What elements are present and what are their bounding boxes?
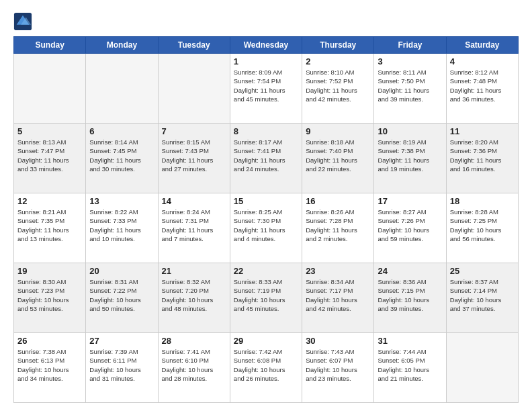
day-number: 3 [378, 56, 442, 66]
calendar-week-row: 5Sunrise: 8:13 AMSunset: 7:47 PMDaylight… [14, 124, 519, 193]
calendar-cell: 17Sunrise: 8:27 AMSunset: 7:26 PMDayligh… [374, 193, 446, 263]
calendar-cell: 4Sunrise: 8:12 AMSunset: 7:48 PMDaylight… [446, 54, 518, 124]
logo-icon [13, 12, 32, 31]
day-number: 24 [378, 266, 442, 276]
day-number: 7 [162, 126, 226, 136]
day-info: Sunrise: 8:11 AMSunset: 7:50 PMDaylight:… [378, 68, 442, 103]
day-info: Sunrise: 7:44 AMSunset: 6:05 PMDaylight:… [378, 347, 442, 383]
calendar-week-row: 26Sunrise: 7:38 AMSunset: 6:13 PMDayligh… [14, 333, 519, 403]
day-number: 13 [89, 196, 154, 206]
calendar-cell: 10Sunrise: 8:19 AMSunset: 7:38 PMDayligh… [374, 124, 446, 193]
day-number: 6 [89, 126, 154, 136]
day-info: Sunrise: 8:22 AMSunset: 7:33 PMDaylight:… [89, 208, 154, 243]
calendar-cell: 30Sunrise: 7:43 AMSunset: 6:07 PMDayligh… [302, 333, 374, 403]
day-info: Sunrise: 7:43 AMSunset: 6:07 PMDaylight:… [306, 347, 370, 383]
day-info: Sunrise: 8:25 AMSunset: 7:30 PMDaylight:… [234, 208, 298, 243]
day-number: 31 [378, 336, 442, 346]
day-number: 1 [234, 56, 298, 66]
day-info: Sunrise: 7:41 AMSunset: 6:10 PMDaylight:… [162, 347, 226, 383]
day-number: 19 [17, 266, 82, 276]
calendar-cell: 25Sunrise: 8:37 AMSunset: 7:14 PMDayligh… [446, 263, 518, 333]
day-info: Sunrise: 8:32 AMSunset: 7:20 PMDaylight:… [162, 277, 226, 313]
day-number: 15 [234, 196, 298, 206]
calendar-cell: 3Sunrise: 8:11 AMSunset: 7:50 PMDaylight… [374, 54, 446, 124]
calendar-cell: 21Sunrise: 8:32 AMSunset: 7:20 PMDayligh… [158, 263, 230, 333]
day-info: Sunrise: 8:14 AMSunset: 7:45 PMDaylight:… [89, 138, 154, 173]
calendar-cell: 9Sunrise: 8:18 AMSunset: 7:40 PMDaylight… [302, 124, 374, 193]
day-info: Sunrise: 8:26 AMSunset: 7:28 PMDaylight:… [306, 208, 370, 243]
calendar-cell: 2Sunrise: 8:10 AMSunset: 7:52 PMDaylight… [302, 54, 374, 124]
day-number: 21 [162, 266, 226, 276]
day-info: Sunrise: 8:33 AMSunset: 7:19 PMDaylight:… [234, 277, 298, 313]
calendar-week-row: 19Sunrise: 8:30 AMSunset: 7:23 PMDayligh… [14, 263, 519, 333]
day-info: Sunrise: 8:19 AMSunset: 7:38 PMDaylight:… [378, 138, 442, 173]
day-info: Sunrise: 8:34 AMSunset: 7:17 PMDaylight:… [306, 277, 370, 313]
day-number: 27 [89, 336, 154, 346]
calendar-cell: 27Sunrise: 7:39 AMSunset: 6:11 PMDayligh… [86, 333, 158, 403]
calendar-header-row: SundayMondayTuesdayWednesdayThursdayFrid… [14, 37, 519, 54]
calendar-cell [158, 54, 230, 124]
day-number: 11 [450, 126, 515, 136]
calendar-cell: 7Sunrise: 8:15 AMSunset: 7:43 PMDaylight… [158, 124, 230, 193]
day-number: 16 [306, 196, 370, 206]
day-number: 10 [378, 126, 442, 136]
day-number: 9 [306, 126, 370, 136]
header [13, 12, 519, 31]
day-number: 30 [306, 336, 370, 346]
day-number: 26 [17, 336, 82, 346]
day-info: Sunrise: 8:21 AMSunset: 7:35 PMDaylight:… [17, 208, 82, 243]
calendar-cell: 29Sunrise: 7:42 AMSunset: 6:08 PMDayligh… [230, 333, 302, 403]
day-number: 22 [234, 266, 298, 276]
calendar-cell: 24Sunrise: 8:36 AMSunset: 7:15 PMDayligh… [374, 263, 446, 333]
day-info: Sunrise: 7:42 AMSunset: 6:08 PMDaylight:… [234, 347, 298, 383]
calendar-cell [446, 333, 518, 403]
day-info: Sunrise: 8:17 AMSunset: 7:41 PMDaylight:… [234, 138, 298, 173]
day-info: Sunrise: 8:28 AMSunset: 7:25 PMDaylight:… [450, 208, 515, 243]
day-info: Sunrise: 8:27 AMSunset: 7:26 PMDaylight:… [378, 208, 442, 243]
calendar-cell: 26Sunrise: 7:38 AMSunset: 6:13 PMDayligh… [14, 333, 86, 403]
calendar-cell: 12Sunrise: 8:21 AMSunset: 7:35 PMDayligh… [14, 193, 86, 263]
day-number: 20 [89, 266, 154, 276]
page: SundayMondayTuesdayWednesdayThursdayFrid… [0, 0, 532, 411]
day-info: Sunrise: 7:38 AMSunset: 6:13 PMDaylight:… [17, 347, 82, 383]
day-info: Sunrise: 8:30 AMSunset: 7:23 PMDaylight:… [17, 277, 82, 313]
day-info: Sunrise: 7:39 AMSunset: 6:11 PMDaylight:… [89, 347, 154, 383]
calendar-week-row: 12Sunrise: 8:21 AMSunset: 7:35 PMDayligh… [14, 193, 519, 263]
day-header-monday: Monday [86, 37, 158, 54]
calendar-cell: 15Sunrise: 8:25 AMSunset: 7:30 PMDayligh… [230, 193, 302, 263]
calendar-week-row: 1Sunrise: 8:09 AMSunset: 7:54 PMDaylight… [14, 54, 519, 124]
day-number: 29 [234, 336, 298, 346]
day-info: Sunrise: 8:15 AMSunset: 7:43 PMDaylight:… [162, 138, 226, 173]
calendar-cell: 23Sunrise: 8:34 AMSunset: 7:17 PMDayligh… [302, 263, 374, 333]
calendar-cell: 6Sunrise: 8:14 AMSunset: 7:45 PMDaylight… [86, 124, 158, 193]
day-header-saturday: Saturday [446, 37, 518, 54]
calendar-cell: 1Sunrise: 8:09 AMSunset: 7:54 PMDaylight… [230, 54, 302, 124]
calendar-cell [86, 54, 158, 124]
day-info: Sunrise: 8:13 AMSunset: 7:47 PMDaylight:… [17, 138, 82, 173]
day-number: 18 [450, 196, 515, 206]
calendar-cell: 20Sunrise: 8:31 AMSunset: 7:22 PMDayligh… [86, 263, 158, 333]
day-number: 17 [378, 196, 442, 206]
day-number: 14 [162, 196, 226, 206]
calendar-cell: 28Sunrise: 7:41 AMSunset: 6:10 PMDayligh… [158, 333, 230, 403]
day-info: Sunrise: 8:31 AMSunset: 7:22 PMDaylight:… [89, 277, 154, 313]
day-header-thursday: Thursday [302, 37, 374, 54]
day-number: 23 [306, 266, 370, 276]
day-number: 8 [234, 126, 298, 136]
day-info: Sunrise: 8:24 AMSunset: 7:31 PMDaylight:… [162, 208, 226, 243]
day-info: Sunrise: 8:10 AMSunset: 7:52 PMDaylight:… [306, 68, 370, 103]
calendar-cell: 31Sunrise: 7:44 AMSunset: 6:05 PMDayligh… [374, 333, 446, 403]
day-info: Sunrise: 8:20 AMSunset: 7:36 PMDaylight:… [450, 138, 515, 173]
calendar-cell: 16Sunrise: 8:26 AMSunset: 7:28 PMDayligh… [302, 193, 374, 263]
calendar-cell: 11Sunrise: 8:20 AMSunset: 7:36 PMDayligh… [446, 124, 518, 193]
day-info: Sunrise: 8:09 AMSunset: 7:54 PMDaylight:… [234, 68, 298, 103]
calendar-cell: 14Sunrise: 8:24 AMSunset: 7:31 PMDayligh… [158, 193, 230, 263]
day-number: 25 [450, 266, 515, 276]
calendar-cell: 13Sunrise: 8:22 AMSunset: 7:33 PMDayligh… [86, 193, 158, 263]
calendar-cell: 22Sunrise: 8:33 AMSunset: 7:19 PMDayligh… [230, 263, 302, 333]
day-info: Sunrise: 8:12 AMSunset: 7:48 PMDaylight:… [450, 68, 515, 103]
calendar-cell: 8Sunrise: 8:17 AMSunset: 7:41 PMDaylight… [230, 124, 302, 193]
day-number: 4 [450, 56, 515, 66]
day-number: 28 [162, 336, 226, 346]
calendar: SundayMondayTuesdayWednesdayThursdayFrid… [13, 36, 519, 403]
